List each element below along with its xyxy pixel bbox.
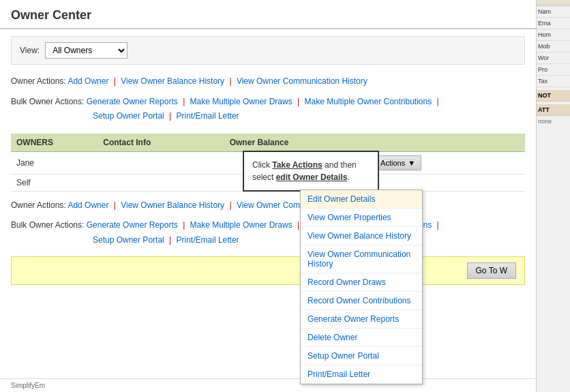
menu-item-record-draws[interactable]: Record Owner Draws <box>301 273 422 292</box>
sidebar-mob: Mob <box>537 41 570 52</box>
sidebar-hom: Hom <box>537 29 570 41</box>
page-title: Owner Center <box>11 8 91 22</box>
setup-portal-link-top[interactable]: Setup Owner Portal <box>93 111 164 121</box>
col-balance: Owner Balance <box>224 134 352 152</box>
sidebar-att-value: none <box>537 116 570 127</box>
col-actions <box>351 134 525 152</box>
col-contact: Contact Info <box>97 134 204 152</box>
table-wrapper: OWNERS Contact Info Owner Balance Jane 1… <box>11 134 525 192</box>
bulk-owner-actions-top: Bulk Owner Actions: Generate Owner Repor… <box>0 92 536 127</box>
owner-actions-label: Owner Actions: <box>11 76 66 86</box>
view-bar: View: All Owners Active Owners Inactive … <box>11 36 525 65</box>
sidebar-wor: Wor <box>537 52 570 64</box>
callout-edit-details: edit Owner Details <box>276 172 348 182</box>
take-actions-dropdown: Edit Owner Details View Owner Properties… <box>300 190 423 385</box>
menu-item-edit-owner[interactable]: Edit Owner Details <box>301 190 422 209</box>
menu-item-view-comm-history[interactable]: View Owner Communication History <box>301 245 422 273</box>
callout-box: Click Take Actions and then select edit … <box>243 151 379 192</box>
multiple-draws-link-top[interactable]: Make Multiple Owner Draws <box>190 97 292 106</box>
main-content: Owner Center View: All Owners Active Own… <box>0 0 536 392</box>
add-owner-link-bottom[interactable]: Add Owner <box>68 200 108 210</box>
view-label: View: <box>20 46 40 55</box>
table-header-row: OWNERS Contact Info Owner Balance <box>11 134 525 152</box>
setup-portal-link-bottom[interactable]: Setup Owner Portal <box>93 235 164 245</box>
view-balance-history-link-bottom[interactable]: View Owner Balance History <box>121 200 224 210</box>
menu-item-view-balance-history[interactable]: View Owner Balance History <box>301 227 422 245</box>
contact-jane <box>97 151 204 174</box>
contact-self <box>97 174 204 191</box>
goto-section: Go To W <box>11 256 525 285</box>
sidebar-tax: Tax <box>537 76 570 87</box>
footer: SimplifyEm <box>0 378 536 392</box>
table-section: OWNERS Contact Info Owner Balance Jane 1… <box>11 134 525 192</box>
col-owners: OWNERS <box>11 134 97 152</box>
menu-item-view-properties[interactable]: View Owner Properties <box>301 209 422 227</box>
sidebar-not: NOT <box>537 90 570 102</box>
owner-actions-bottom: Owner Actions: Add Owner | View Owner Ba… <box>0 196 536 216</box>
view-balance-history-link-top[interactable]: View Owner Balance History <box>121 76 224 86</box>
add-owner-link[interactable]: Add Owner <box>68 76 108 86</box>
bulk-owner-actions-bottom: Bulk Owner Actions: Generate Owner Repor… <box>0 215 536 250</box>
callout-text-pre: Click <box>252 160 272 170</box>
sidebar-pro: Pro <box>537 64 570 76</box>
generate-reports-link-top[interactable]: Generate Owner Reports <box>87 97 178 106</box>
menu-item-record-contributions[interactable]: Record Owner Contributions <box>301 292 422 310</box>
owner-actions-top: Owner Actions: Add Owner | View Owner Ba… <box>0 72 536 92</box>
spacer-jane <box>205 151 224 174</box>
bulk-actions-label: Bulk Owner Actions: <box>11 97 84 106</box>
view-comm-history-link-top[interactable]: View Owner Communication History <box>237 76 368 86</box>
print-letter-link-bottom[interactable]: Print/Email Letter <box>177 235 239 245</box>
callout-text-post: . <box>347 172 349 182</box>
sidebar-att: ATT <box>537 104 570 116</box>
generate-reports-link-bottom[interactable]: Generate Owner Reports <box>87 220 178 230</box>
sidebar-ema: Ema <box>537 18 570 29</box>
bottom-bulk-actions-label: Bulk Owner Actions: <box>11 220 84 230</box>
right-sidebar: Nam Ema Hom Mob Wor Pro Tax NOT ATT none <box>536 0 570 392</box>
spacer-self <box>205 174 224 191</box>
multiple-draws-link-bottom[interactable]: Make Multiple Owner Draws <box>190 220 292 230</box>
menu-item-generate-reports[interactable]: Generate Owner Reports <box>301 310 422 329</box>
take-actions-arrow: ▼ <box>408 159 415 167</box>
goto-label: Go To W <box>476 266 507 275</box>
goto-button[interactable]: Go To W <box>467 262 516 279</box>
owner-name-jane: Jane <box>11 151 97 174</box>
print-letter-link-top[interactable]: Print/Email Letter <box>177 111 239 121</box>
bottom-owner-actions-label: Owner Actions: <box>11 200 66 210</box>
sidebar-nam: Nam <box>537 6 570 18</box>
callout-take-actions: Take Actions <box>272 160 322 170</box>
col-spacer <box>205 134 224 152</box>
menu-item-delete-owner[interactable]: Delete Owner <box>301 329 422 347</box>
page-header: Owner Center <box>0 0 536 29</box>
sidebar-top <box>537 0 570 6</box>
view-select[interactable]: All Owners Active Owners Inactive Owners <box>45 42 127 59</box>
owner-name-self: Self <box>11 174 97 191</box>
menu-item-setup-portal[interactable]: Setup Owner Portal <box>301 347 422 365</box>
multiple-contributions-link-top[interactable]: Make Multiple Owner Contributions <box>304 97 432 106</box>
brand-label: SimplifyEm <box>11 382 45 389</box>
menu-item-print-letter[interactable]: Print/Email Letter <box>301 365 422 384</box>
